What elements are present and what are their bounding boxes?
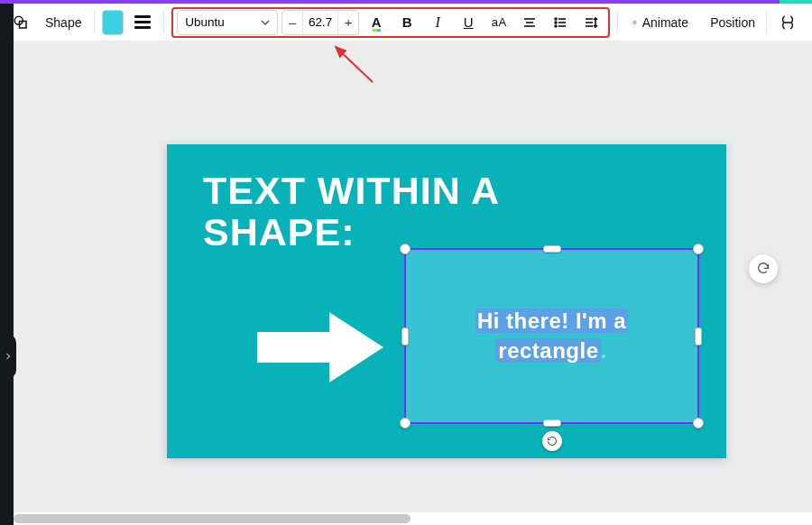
position-button[interactable]: Position [706, 9, 759, 36]
resize-handle-tl[interactable] [400, 244, 411, 254]
text-color-button[interactable]: A [363, 9, 390, 36]
resize-handle-br[interactable] [693, 418, 704, 428]
selected-rectangle-shape[interactable]: Hi there! I'm a rectangle. [404, 248, 699, 424]
rect-text-dot: . [601, 338, 607, 363]
floating-regenerate-button[interactable] [749, 254, 778, 283]
canvas-heading[interactable]: TEXT WITHIN A SHAPE: [203, 170, 500, 253]
font-size-stepper: – 62.7 + [281, 10, 359, 35]
text-color-icon: A [372, 14, 382, 30]
svg-line-16 [336, 47, 373, 82]
horizontal-scrollbar-track[interactable] [14, 512, 812, 525]
animate-label: Animate [642, 15, 688, 30]
position-label: Position [710, 15, 755, 30]
align-button[interactable] [516, 9, 543, 36]
bold-icon: B [402, 14, 412, 30]
font-family-select[interactable]: Ubuntu [177, 10, 278, 35]
context-toolbar: Shape Ubuntu – 62.7 + A B I U aA Animate [0, 4, 812, 41]
rect-text-line-2: rectangle [496, 338, 600, 363]
border-style-button[interactable] [129, 10, 156, 35]
separator [617, 12, 618, 33]
animate-icon [632, 15, 637, 30]
heading-line-1: TEXT WITHIN A [203, 170, 500, 211]
rotate-handle[interactable] [542, 431, 562, 451]
separator [94, 12, 95, 33]
resize-handle-top[interactable] [543, 245, 561, 253]
underline-button[interactable]: U [455, 9, 482, 36]
fill-color-swatch[interactable] [102, 10, 124, 35]
font-size-value[interactable]: 62.7 [302, 10, 338, 35]
text-format-group-highlight: Ubuntu – 62.7 + A B I U aA [171, 7, 610, 38]
svg-point-7 [555, 22, 557, 23]
spacing-icon [584, 15, 598, 30]
align-icon [522, 15, 537, 30]
design-canvas[interactable]: TEXT WITHIN A SHAPE: Hi there! I'm a rec… [167, 144, 726, 458]
shape-label: Shape [40, 15, 87, 30]
font-size-increase[interactable]: + [338, 10, 358, 35]
bold-button[interactable]: B [393, 9, 420, 36]
annotation-arrow [323, 41, 386, 87]
side-panel-toggle[interactable] [0, 334, 16, 379]
animate-button[interactable]: Animate [625, 9, 696, 36]
case-icon: aA [492, 15, 507, 29]
italic-button[interactable]: I [424, 9, 451, 36]
svg-point-9 [555, 25, 557, 27]
resize-handle-left[interactable] [401, 327, 409, 345]
resize-handle-bl[interactable] [400, 418, 411, 428]
left-rail [0, 4, 14, 525]
refresh-icon [756, 262, 770, 276]
separator [163, 12, 164, 33]
list-button[interactable] [547, 9, 574, 36]
resize-handle-right[interactable] [695, 327, 702, 345]
rect-text-line-1: Hi there! I'm a [475, 309, 628, 333]
rectangle-text[interactable]: Hi there! I'm a rectangle. [406, 250, 697, 422]
list-icon [553, 15, 567, 30]
svg-point-5 [555, 18, 557, 20]
heading-line-2: SHAPE: [203, 211, 500, 253]
horizontal-scrollbar-thumb[interactable] [14, 514, 411, 523]
font-family-value: Ubuntu [185, 15, 225, 29]
uppercase-button[interactable]: aA [485, 9, 512, 36]
arrow-graphic[interactable] [253, 307, 388, 388]
italic-icon: I [435, 14, 439, 31]
resize-handle-tr[interactable] [693, 244, 704, 254]
font-size-decrease[interactable]: – [282, 10, 302, 35]
spacing-button[interactable] [577, 9, 604, 36]
resize-handle-bottom[interactable] [543, 419, 561, 427]
transparency-button[interactable] [774, 9, 801, 36]
chevron-down-icon [261, 18, 270, 27]
separator [766, 12, 767, 33]
underline-icon: U [464, 14, 474, 30]
transparency-icon [780, 14, 796, 31]
